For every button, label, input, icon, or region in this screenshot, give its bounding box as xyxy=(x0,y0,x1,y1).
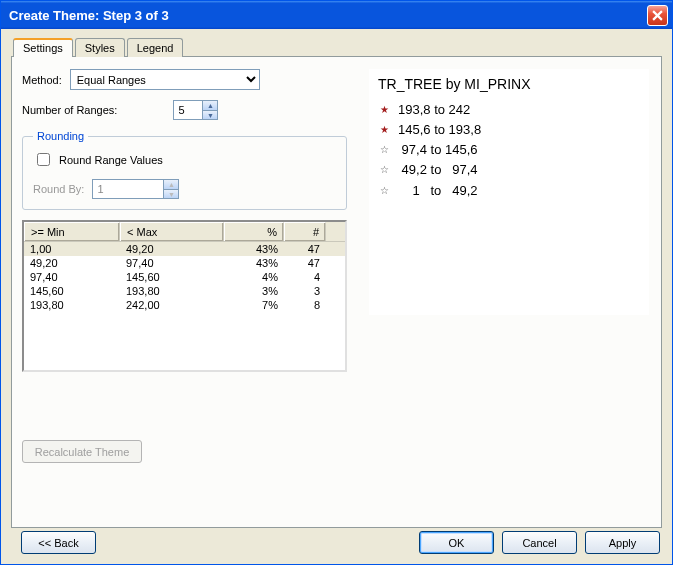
star-icon: ★ xyxy=(378,125,390,135)
table-header: >= Min < Max % # xyxy=(24,222,345,242)
legend-text: 193,8 to 242 xyxy=(398,100,470,120)
col-cnt[interactable]: # xyxy=(284,222,326,241)
table-row[interactable]: 97,40 145,60 4% 4 xyxy=(24,270,345,284)
legend-text: 1 to 49,2 xyxy=(398,181,478,201)
numranges-spinner[interactable]: ▲ ▼ xyxy=(173,100,218,120)
button-bar: << Back OK Cancel Apply xyxy=(13,531,660,554)
table-row[interactable]: 145,60 193,80 3% 3 xyxy=(24,284,345,298)
settings-pane: Method: Equal Ranges Number of Ranges: ▲… xyxy=(12,57,357,527)
rounding-legend: Rounding xyxy=(33,130,88,142)
star-icon: ☆ xyxy=(378,145,390,155)
col-pct[interactable]: % xyxy=(224,222,284,241)
preview-pane: TR_TREE by MI_PRINX ★ 193,8 to 242 ★ 145… xyxy=(357,57,661,527)
legend-row: ★ 145,6 to 193,8 xyxy=(378,120,640,140)
round-checkbox-row: Round Range Values xyxy=(33,150,336,169)
close-icon[interactable] xyxy=(647,5,668,26)
star-icon: ☆ xyxy=(378,165,390,175)
ranges-table[interactable]: >= Min < Max % # 1,00 49,20 43% 47 49,20… xyxy=(22,220,347,372)
col-min[interactable]: >= Min xyxy=(24,222,120,241)
roundby-row: Round By: ▲ ▼ xyxy=(33,179,336,199)
cancel-button[interactable]: Cancel xyxy=(502,531,577,554)
table-row[interactable]: 1,00 49,20 43% 47 xyxy=(24,242,345,256)
col-max[interactable]: < Max xyxy=(120,222,224,241)
tab-panel: Method: Equal Ranges Number of Ranges: ▲… xyxy=(11,56,662,528)
titlebar: Create Theme: Step 3 of 3 xyxy=(1,1,672,29)
spin-up-icon[interactable]: ▲ xyxy=(202,101,217,110)
tab-legend[interactable]: Legend xyxy=(127,38,184,57)
numranges-label: Number of Ranges: xyxy=(22,104,117,116)
legend-row: ★ 193,8 to 242 xyxy=(378,100,640,120)
legend-text: 49,2 to 97,4 xyxy=(398,160,478,180)
client-area: Settings Styles Legend Method: Equal Ran… xyxy=(1,29,672,564)
table-row[interactable]: 193,80 242,00 7% 8 xyxy=(24,298,345,312)
star-icon: ☆ xyxy=(378,186,390,196)
legend-row: ☆ 49,2 to 97,4 xyxy=(378,160,640,180)
numranges-row: Number of Ranges: ▲ ▼ xyxy=(22,100,347,120)
rounding-group: Rounding Round Range Values Round By: ▲ … xyxy=(22,130,347,210)
numranges-input[interactable] xyxy=(174,101,202,119)
legend-text: 145,6 to 193,8 xyxy=(398,120,481,140)
tab-settings[interactable]: Settings xyxy=(13,38,73,57)
tab-styles[interactable]: Styles xyxy=(75,38,125,57)
roundby-input xyxy=(93,180,163,198)
recalculate-button: Recalculate Theme xyxy=(22,440,142,463)
legend-preview: TR_TREE by MI_PRINX ★ 193,8 to 242 ★ 145… xyxy=(369,69,649,315)
method-row: Method: Equal Ranges xyxy=(22,69,347,90)
window-title: Create Theme: Step 3 of 3 xyxy=(9,8,647,23)
tab-strip: Settings Styles Legend xyxy=(13,37,662,56)
table-row[interactable]: 49,20 97,40 43% 47 xyxy=(24,256,345,270)
spin-down-icon[interactable]: ▼ xyxy=(202,110,217,119)
legend-row: ☆ 97,4 to 145,6 xyxy=(378,140,640,160)
spin-up-icon: ▲ xyxy=(163,180,178,189)
roundby-label: Round By: xyxy=(33,183,84,195)
star-icon: ★ xyxy=(378,105,390,115)
method-select[interactable]: Equal Ranges xyxy=(70,69,260,90)
dialog-window: Create Theme: Step 3 of 3 Settings Style… xyxy=(0,0,673,565)
ok-button[interactable]: OK xyxy=(419,531,494,554)
roundby-spinner: ▲ ▼ xyxy=(92,179,179,199)
apply-button[interactable]: Apply xyxy=(585,531,660,554)
method-label: Method: xyxy=(22,74,62,86)
legend-row: ☆ 1 to 49,2 xyxy=(378,181,640,201)
round-values-label: Round Range Values xyxy=(59,154,163,166)
round-values-checkbox[interactable] xyxy=(37,153,50,166)
legend-text: 97,4 to 145,6 xyxy=(398,140,478,160)
back-button[interactable]: << Back xyxy=(21,531,96,554)
preview-title: TR_TREE by MI_PRINX xyxy=(378,76,640,92)
spin-down-icon: ▼ xyxy=(163,189,178,198)
